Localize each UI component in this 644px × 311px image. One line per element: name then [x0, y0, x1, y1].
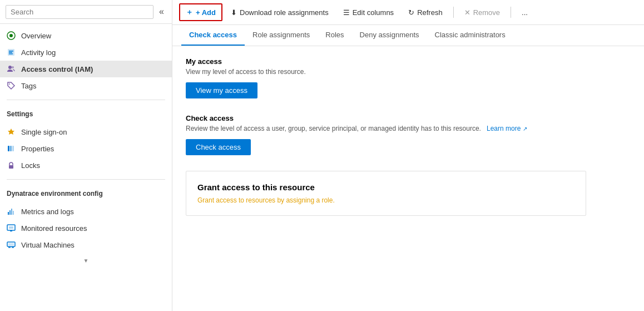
- svg-rect-10: [8, 146, 9, 151]
- svg-point-1: [9, 34, 13, 37]
- remove-label: Remove: [473, 8, 500, 17]
- svg-rect-15: [9, 210, 11, 215]
- grant-box-description: Grant access to resources by assigning a…: [197, 196, 574, 204]
- tab-deny-assignments[interactable]: Deny assignments: [352, 25, 427, 46]
- sidebar-item-tags[interactable]: Tags: [0, 77, 172, 94]
- sidebar-item-vm-label: Virtual Machines: [21, 241, 75, 249]
- tab-role-assignments-label: Role assignments: [252, 31, 310, 39]
- toolbar-divider-2: [511, 7, 511, 18]
- columns-icon: ☰: [343, 8, 350, 17]
- sidebar-item-overview-label: Overview: [21, 32, 51, 40]
- check-access-section: Check access Review the level of access …: [186, 114, 631, 155]
- overview-icon: [7, 31, 16, 40]
- sidebar-item-overview[interactable]: Overview: [0, 27, 172, 44]
- tab-role-assignments[interactable]: Role assignments: [245, 25, 318, 46]
- more-label: ...: [522, 8, 528, 17]
- settings-nav: Single sign-on Properties Locks: [0, 120, 172, 177]
- download-icon: ⬇: [231, 8, 237, 17]
- sidebar-item-vm[interactable]: Virtual Machines: [0, 236, 172, 253]
- svg-point-7: [12, 66, 14, 68]
- svg-rect-17: [13, 211, 14, 215]
- svg-rect-16: [11, 209, 12, 215]
- properties-icon: [7, 144, 16, 153]
- svg-rect-11: [10, 146, 12, 151]
- sidebar-item-monitored[interactable]: Monitored resources: [0, 220, 172, 236]
- main-panel: ＋ + Add ⬇ Download role assignments ☰ Ed…: [172, 0, 644, 311]
- tab-check-access[interactable]: Check access: [181, 25, 245, 46]
- sidebar-item-iam-label: Access control (IAM): [21, 65, 93, 73]
- settings-divider: [7, 100, 165, 100]
- content-area: My access View my level of access to thi…: [172, 46, 644, 311]
- add-label: + Add: [196, 8, 216, 17]
- check-access-title: Check access: [186, 114, 631, 122]
- toolbar-divider: [453, 7, 454, 18]
- tab-roles-label: Roles: [325, 31, 344, 39]
- sidebar-item-tags-label: Tags: [21, 82, 36, 90]
- svg-rect-3: [9, 51, 13, 52]
- sidebar-item-sso[interactable]: Single sign-on: [0, 124, 172, 140]
- tags-icon: [7, 81, 16, 90]
- svg-marker-9: [8, 129, 14, 135]
- sidebar-item-properties-label: Properties: [21, 145, 54, 153]
- search-box: «: [0, 0, 172, 24]
- tab-roles[interactable]: Roles: [318, 25, 351, 46]
- sidebar: « Overview Activity log: [0, 0, 172, 311]
- sidebar-item-monitored-label: Monitored resources: [21, 224, 87, 233]
- settings-section-label: Settings: [0, 105, 172, 120]
- sidebar-item-locks-label: Locks: [21, 161, 40, 170]
- refresh-icon: ↻: [408, 8, 414, 17]
- sidebar-nav: Overview Activity log Access control (IA…: [0, 24, 172, 97]
- remove-icon: ✕: [464, 8, 470, 17]
- metrics-icon: [7, 207, 16, 216]
- sidebar-item-properties[interactable]: Properties: [0, 140, 172, 157]
- sidebar-item-iam[interactable]: Access control (IAM): [0, 61, 172, 77]
- my-access-title: My access: [186, 57, 631, 66]
- tabs-bar: Check access Role assignments Roles Deny…: [172, 25, 644, 46]
- sidebar-item-metrics-label: Metrics and logs: [21, 208, 74, 216]
- view-my-access-label: View my access: [196, 86, 247, 95]
- svg-rect-24: [8, 243, 14, 245]
- tab-deny-assignments-label: Deny assignments: [360, 31, 419, 39]
- more-button[interactable]: ...: [516, 5, 534, 20]
- my-access-section: My access View my level of access to thi…: [186, 57, 631, 98]
- sso-icon: [7, 127, 16, 136]
- svg-point-6: [8, 66, 12, 69]
- refresh-button[interactable]: ↻ Refresh: [402, 5, 449, 20]
- collapse-button[interactable]: «: [157, 4, 166, 19]
- edit-columns-label: Edit columns: [353, 8, 394, 17]
- learn-more-link[interactable]: Learn more ↗: [485, 125, 527, 132]
- activity-log-icon: [7, 48, 16, 57]
- view-my-access-button[interactable]: View my access: [186, 82, 257, 98]
- locks-icon: [7, 161, 16, 170]
- search-input[interactable]: [6, 5, 153, 19]
- tab-check-access-label: Check access: [189, 31, 237, 39]
- add-button[interactable]: ＋ + Add: [179, 3, 222, 21]
- remove-button[interactable]: ✕ Remove: [458, 5, 506, 20]
- svg-rect-23: [12, 247, 14, 248]
- svg-rect-4: [9, 52, 12, 53]
- my-access-description: View my level of access to this resource…: [186, 68, 631, 76]
- svg-rect-14: [8, 212, 9, 215]
- grant-box-title: Grant access to this resource: [197, 182, 574, 192]
- sidebar-item-locks[interactable]: Locks: [0, 157, 172, 174]
- add-icon: ＋: [186, 7, 193, 17]
- monitored-icon: [7, 224, 16, 233]
- download-button[interactable]: ⬇ Download role assignments: [225, 5, 335, 20]
- svg-rect-22: [8, 247, 11, 248]
- sidebar-item-activity-log[interactable]: Activity log: [0, 44, 172, 61]
- svg-rect-13: [9, 165, 13, 169]
- check-access-button[interactable]: Check access: [186, 139, 251, 155]
- toolbar: ＋ + Add ⬇ Download role assignments ☰ Ed…: [172, 0, 644, 25]
- tab-classic-admin-label: Classic administrators: [435, 31, 506, 39]
- dynatrace-section-label: Dynatrace environment config: [0, 184, 172, 200]
- svg-rect-19: [9, 226, 13, 229]
- sidebar-item-sso-label: Single sign-on: [21, 128, 67, 136]
- svg-rect-12: [12, 146, 14, 151]
- check-access-description: Review the level of access a user, group…: [186, 125, 631, 132]
- sidebar-item-metrics[interactable]: Metrics and logs: [0, 203, 172, 220]
- edit-columns-button[interactable]: ☰ Edit columns: [337, 5, 400, 20]
- iam-icon: [7, 65, 16, 73]
- tab-classic-admin[interactable]: Classic administrators: [427, 25, 513, 46]
- vm-icon: [7, 240, 16, 249]
- svg-rect-20: [10, 230, 12, 231]
